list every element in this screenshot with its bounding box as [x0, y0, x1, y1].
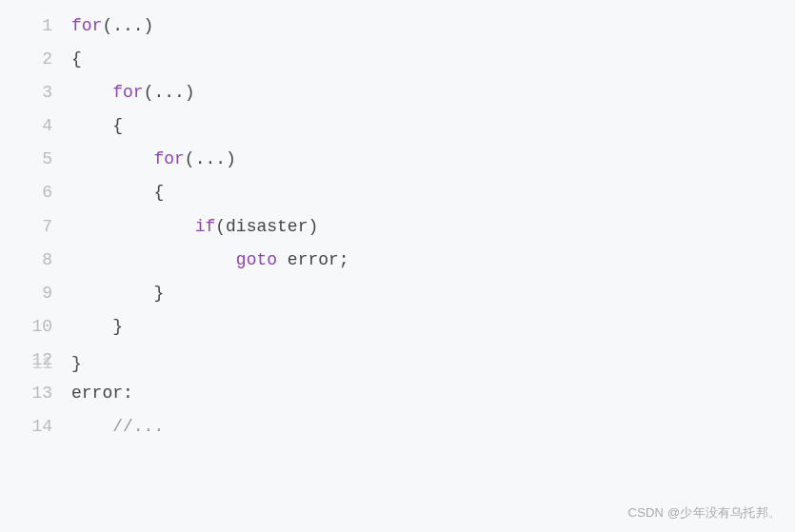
code-line: 7 if(disaster)	[19, 210, 776, 244]
code-content: {	[71, 43, 82, 76]
code-line: 5 for(...)	[19, 143, 776, 176]
code-line: 11}	[19, 347, 82, 381]
code-line: 9 }	[19, 277, 776, 310]
code-line: 6 {	[19, 176, 776, 209]
code-line: 3 for(...)	[19, 76, 776, 109]
code-content: goto error;	[71, 244, 349, 277]
line-number: 2	[19, 43, 52, 76]
code-content: }	[71, 347, 82, 381]
code-line: 12	[19, 344, 776, 377]
token-punct: {	[112, 116, 123, 135]
token-punct: }	[153, 284, 164, 303]
line-number: 6	[19, 176, 52, 209]
code-content: }	[71, 310, 123, 344]
code-line: 1for(...)	[19, 10, 776, 43]
token-text: error:	[71, 384, 133, 403]
code-content: for(...)	[71, 10, 153, 43]
code-line: 2{	[19, 43, 776, 76]
code-line: 14 //...	[19, 410, 776, 443]
token-punct: }	[71, 354, 82, 373]
watermark: CSDN @少年没有乌托邦。	[628, 501, 781, 524]
line-number: 9	[19, 277, 52, 310]
code-content: if(disaster)	[71, 210, 318, 244]
code-content: error:	[71, 377, 133, 410]
code-content: {	[71, 109, 123, 143]
line-number: 3	[19, 76, 52, 109]
line-number: 5	[19, 143, 52, 176]
code-block: 1for(...)2{3 for(...)4 {5 for(...)6 {7 i…	[19, 10, 776, 443]
token-text: (disaster)	[215, 217, 318, 236]
code-line: 4 {	[19, 109, 776, 143]
code-line: 13error:	[19, 377, 776, 410]
token-keyword: goto	[236, 250, 277, 269]
token-punct: (...)	[144, 83, 195, 102]
code-content: for(...)	[71, 76, 195, 109]
token-keyword: for	[112, 83, 143, 102]
token-comment: //...	[112, 417, 164, 436]
code-line: 8 goto error;	[19, 244, 776, 277]
token-punct: {	[153, 183, 164, 202]
code-line: 10 }	[19, 310, 776, 344]
line-number: 7	[19, 210, 52, 244]
line-number: 1	[19, 10, 52, 43]
token-text: error;	[277, 250, 349, 269]
token-keyword: if	[195, 217, 216, 236]
token-keyword: for	[71, 16, 102, 35]
line-number: 4	[19, 109, 52, 143]
code-content: {	[71, 176, 164, 209]
token-punct: (...)	[102, 16, 153, 35]
line-number: 10	[19, 310, 52, 344]
line-number: 13	[19, 377, 52, 410]
code-content: }	[71, 277, 164, 310]
token-punct: {	[71, 49, 82, 69]
code-content: for(...)	[71, 143, 236, 176]
token-punct: (...)	[185, 149, 236, 168]
line-number: 14	[19, 410, 52, 443]
line-number: 11	[19, 347, 52, 381]
token-keyword: for	[153, 149, 184, 168]
line-number: 8	[19, 244, 52, 277]
code-content: //...	[71, 410, 164, 443]
token-punct: }	[112, 317, 123, 336]
